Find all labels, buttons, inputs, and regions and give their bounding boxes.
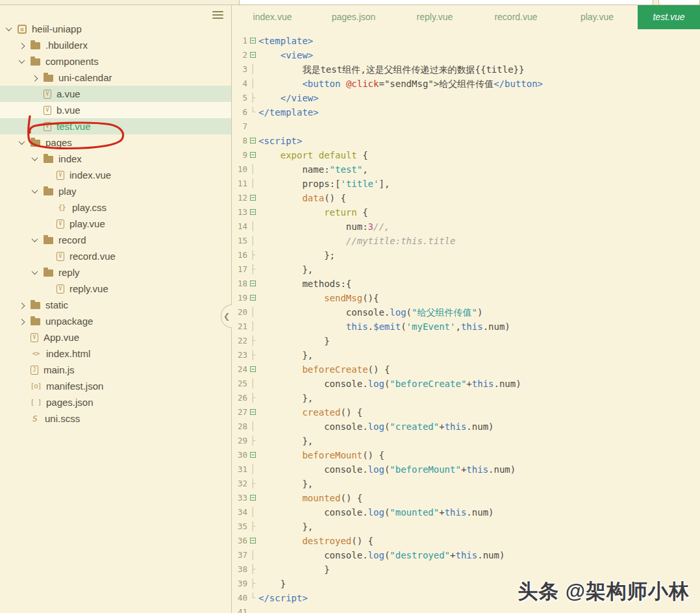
chevron-down-icon[interactable] — [32, 268, 38, 275]
sidebar-item-reply.vue[interactable]: Vreply.vue — [0, 281, 231, 297]
manifest-file-icon: [o] — [31, 382, 41, 390]
code-line-33[interactable]: 33 mounted() { — [232, 491, 700, 505]
code-line-19[interactable]: 19 sendMsg(){ — [232, 291, 700, 305]
fold-toggle-icon[interactable] — [247, 448, 258, 462]
code-line-29[interactable]: 29├ }, — [232, 434, 700, 448]
tab-pages.json[interactable]: pages.json — [313, 5, 394, 29]
chevron-right-icon[interactable] — [19, 319, 25, 325]
tab-play.vue[interactable]: play.vue — [556, 5, 638, 29]
code-line-6[interactable]: 6└</template> — [232, 105, 700, 119]
sidebar-item-play[interactable]: play — [0, 183, 231, 199]
code-line-1[interactable]: 1<template> — [232, 34, 700, 48]
sidebar-item-uni-calendar[interactable]: uni-calendar — [0, 69, 231, 86]
fold-toggle-icon[interactable] — [247, 534, 258, 548]
chevron-down-icon[interactable] — [19, 57, 25, 64]
sidebar-item-heiil-uniapp[interactable]: uheiil-uniapp — [0, 21, 231, 37]
sidebar-item-main.js[interactable]: Jmain.js — [0, 362, 231, 378]
code-line-36[interactable]: 36 destroyed() { — [232, 534, 700, 548]
fold-toggle-icon[interactable] — [247, 291, 258, 305]
fold-toggle-icon[interactable] — [247, 148, 258, 162]
code-line-15[interactable]: 15│ //mytitle:this.title — [232, 234, 700, 248]
tab-record.vue[interactable]: record.vue — [475, 5, 556, 29]
code-line-22[interactable]: 22├ } — [232, 334, 700, 348]
code-line-5[interactable]: 5├ </view> — [232, 91, 700, 105]
code-line-12[interactable]: 12 data() { — [232, 191, 700, 205]
code-line-34[interactable]: 34│ console.log("mounted"+this.num) — [232, 505, 700, 519]
code-line-41[interactable]: 41 — [232, 605, 700, 613]
code-line-31[interactable]: 31│ console.log("beforeMount"+this.num) — [232, 462, 700, 477]
sidebar-item-static[interactable]: static — [0, 297, 231, 313]
code-area[interactable]: 1<template>2 <view>3│ 我是test组件,这是父组件传递过来… — [232, 29, 700, 613]
fold-toggle-icon[interactable] — [247, 205, 258, 219]
sidebar-item-manifest.json[interactable]: [o]manifest.json — [0, 378, 231, 394]
hamburger-menu-icon[interactable] — [212, 11, 223, 19]
code-line-24[interactable]: 24 beforeCreate() { — [232, 362, 700, 377]
code-line-37[interactable]: 37│ console.log("destroyed"+this.num) — [232, 548, 700, 562]
sidebar-item-test.vue[interactable]: Vtest.vue — [0, 118, 231, 134]
code-line-11[interactable]: 11│ props:['title'], — [232, 177, 700, 191]
fold-toggle-icon[interactable] — [247, 34, 258, 48]
sidebar-item-index[interactable]: index — [0, 151, 231, 167]
fold-toggle-icon[interactable] — [247, 48, 258, 62]
chevron-right-icon[interactable] — [19, 303, 25, 309]
code-line-38[interactable]: 38├ } — [232, 562, 700, 577]
fold-toggle-icon[interactable] — [247, 191, 258, 205]
code-line-9[interactable]: 9 export default { — [232, 148, 700, 162]
code-line-23[interactable]: 23├ }, — [232, 348, 700, 362]
code-line-32[interactable]: 32├ }, — [232, 477, 700, 491]
chevron-down-icon[interactable] — [32, 155, 38, 161]
sidebar-item-index.vue[interactable]: Vindex.vue — [0, 167, 231, 183]
chevron-down-icon[interactable] — [32, 236, 38, 242]
chevron-down-icon[interactable] — [32, 187, 38, 194]
tab-test.vue[interactable]: test.vue — [638, 5, 700, 29]
sidebar-item-App.vue[interactable]: VApp.vue — [0, 329, 231, 345]
code-line-14[interactable]: 14│ num:3//, — [232, 219, 700, 234]
tab-reply.vue[interactable]: reply.vue — [394, 5, 475, 29]
sidebar-item-pages[interactable]: pages — [0, 134, 231, 151]
code-line-8[interactable]: 8<script> — [232, 134, 700, 148]
fold-toggle-icon[interactable] — [247, 277, 258, 291]
code-line-10[interactable]: 10│ name:"test", — [232, 162, 700, 177]
tab-index.vue[interactable]: index.vue — [232, 5, 313, 29]
code-line-13[interactable]: 13 return { — [232, 205, 700, 219]
code-line-17[interactable]: 17├ }, — [232, 262, 700, 277]
code-line-3[interactable]: 3│ 我是test组件,这是父组件传递过来的数据{{title}} — [232, 62, 700, 77]
sidebar-item-uni.scss[interactable]: Suni.scss — [0, 410, 231, 427]
chevron-down-icon[interactable] — [19, 138, 25, 145]
code-line-21[interactable]: 21│ this.$emit('myEvent',this.num) — [232, 319, 700, 334]
chevron-down-icon[interactable] — [6, 25, 12, 31]
code-line-35[interactable]: 35├ }, — [232, 519, 700, 534]
code-line-20[interactable]: 20│ console.log("给父组件传值") — [232, 305, 700, 319]
code-line-25[interactable]: 25│ console.log("beforeCreate"+this.num) — [232, 377, 700, 391]
sidebar-item-play.css[interactable]: {}play.css — [0, 199, 231, 216]
sidebar-item-index.html[interactable]: <>index.html — [0, 345, 231, 362]
fold-toggle-icon[interactable] — [247, 134, 258, 148]
chevron-right-icon[interactable] — [32, 75, 38, 82]
code-line-4[interactable]: 4│ <button @click="sendMsg">给父组件传值</butt… — [232, 77, 700, 91]
sidebar-item-record[interactable]: record — [0, 232, 231, 248]
code-line-18[interactable]: 18 methods:{ — [232, 277, 700, 291]
code-line-27[interactable]: 27 created() { — [232, 405, 700, 419]
sidebar-item-.hbuilderx[interactable]: .hbuilderx — [0, 37, 231, 53]
code-line-16[interactable]: 16├ }; — [232, 248, 700, 262]
line-number: 9 — [232, 148, 247, 162]
sidebar-item-play.vue[interactable]: Vplay.vue — [0, 216, 231, 232]
code-line-2[interactable]: 2 <view> — [232, 48, 700, 62]
sidebar-item-components[interactable]: components — [0, 53, 231, 69]
chevron-right-icon[interactable] — [19, 43, 25, 49]
code-line-28[interactable]: 28│ console.log("created"+this.num) — [232, 419, 700, 434]
sidebar-item-pages.json[interactable]: [ ]pages.json — [0, 394, 231, 410]
fold-guide: ├ — [247, 262, 258, 277]
fold-toggle-icon[interactable] — [247, 362, 258, 377]
fold-toggle-icon[interactable] — [247, 405, 258, 419]
code-line-7[interactable]: 7 — [232, 119, 700, 134]
tab-bar: index.vuepages.jsonreply.vuerecord.vuepl… — [232, 5, 700, 29]
sidebar-item-a.vue[interactable]: Va.vue — [0, 86, 231, 102]
sidebar-item-b.vue[interactable]: Vb.vue — [0, 102, 231, 118]
sidebar-item-record.vue[interactable]: Vrecord.vue — [0, 248, 231, 264]
fold-toggle-icon[interactable] — [247, 491, 258, 505]
code-line-26[interactable]: 26├ }, — [232, 391, 700, 405]
sidebar-item-unpackage[interactable]: unpackage — [0, 313, 231, 329]
code-line-30[interactable]: 30 beforeMount() { — [232, 448, 700, 462]
sidebar-item-reply[interactable]: reply — [0, 264, 231, 281]
